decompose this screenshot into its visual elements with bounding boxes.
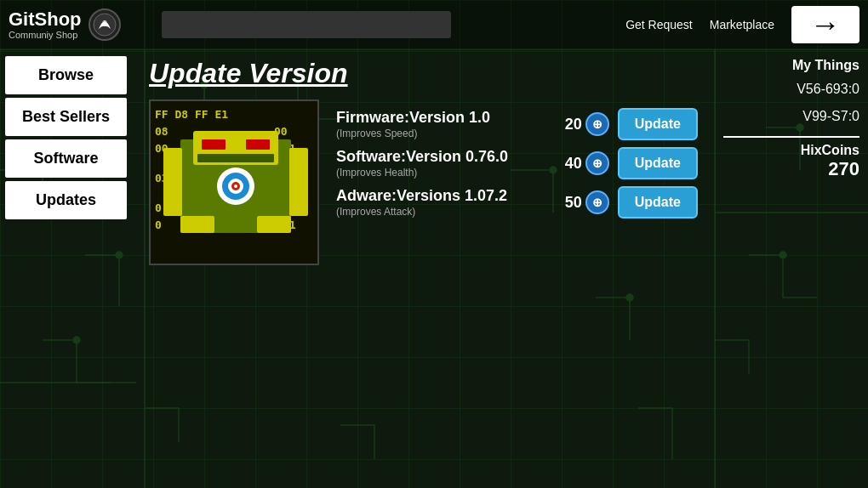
software-name: Software:Version 0.76.0 <box>336 148 565 166</box>
sidebar: Browse Best Sellers Software Updates <box>0 49 132 488</box>
sidebar-item-software[interactable]: Software <box>5 139 127 178</box>
adware-info: Adware:Versions 1.07.2 (Improves Attack) <box>336 187 565 218</box>
software-desc: (Improves Health) <box>336 167 565 179</box>
logo-name: GitShop <box>9 9 82 30</box>
firmware-update-button[interactable]: Update <box>618 108 698 140</box>
adware-cost-value: 50 <box>565 194 582 212</box>
svg-rect-33 <box>180 216 214 233</box>
marketplace-link[interactable]: Marketplace <box>710 18 774 31</box>
svg-rect-35 <box>163 148 182 216</box>
adware-desc: (Improves Attack) <box>336 206 565 218</box>
thing-row-1: V56-693:0 <box>723 78 859 100</box>
svg-rect-30 <box>202 139 226 150</box>
sidebar-item-best-sellers[interactable]: Best Sellers <box>5 98 127 136</box>
svg-rect-31 <box>246 139 270 150</box>
software-cost: 40 ⊕ <box>565 151 609 175</box>
coin-icon-2: ⊕ <box>585 151 609 175</box>
adware-update-button[interactable]: Update <box>618 186 698 218</box>
next-arrow-button[interactable]: → <box>791 6 859 43</box>
update-item-software: Software:Version 0.76.0 (Improves Health… <box>336 147 698 179</box>
update-item-firmware: Firmware:Version 1.0 (Improves Speed) 20… <box>336 108 698 140</box>
logo-icon <box>89 9 121 41</box>
header-nav: Get Request Marketplace <box>625 18 774 31</box>
hixcoins-value: 270 <box>723 158 859 180</box>
search-area <box>162 11 608 38</box>
adware-name: Adware:Versions 1.07.2 <box>336 187 565 205</box>
updates-list: Firmware:Version 1.0 (Improves Speed) 20… <box>336 99 698 265</box>
sidebar-item-browse[interactable]: Browse <box>5 56 127 94</box>
page-title: Update Version <box>149 58 698 89</box>
firmware-name: Firmware:Version 1.0 <box>336 109 565 127</box>
software-info: Software:Version 0.76.0 (Improves Health… <box>336 148 565 179</box>
firmware-cost: 20 ⊕ <box>565 112 609 136</box>
svg-text:08: 08 <box>155 125 168 138</box>
right-panel: My Things V56-693:0 V99-S7:0 HixCoins 27… <box>715 49 868 488</box>
search-input[interactable] <box>162 11 451 38</box>
hixcoins-label: HixCoins <box>723 143 859 158</box>
logo-subtitle: Communiy Shop <box>9 30 82 40</box>
svg-rect-36 <box>289 148 308 216</box>
thing-row-2: V99-S7:0 <box>723 105 859 128</box>
svg-rect-34 <box>257 216 291 233</box>
firmware-desc: (Improves Speed) <box>336 128 565 139</box>
svg-text:0: 0 <box>155 218 162 231</box>
update-item-adware: Adware:Versions 1.07.2 (Improves Attack)… <box>336 186 698 218</box>
hixcoins-section: HixCoins 270 <box>723 136 859 180</box>
coin-icon-1: ⊕ <box>585 112 609 136</box>
sidebar-item-updates[interactable]: Updates <box>5 181 127 219</box>
coin-icon-3: ⊕ <box>585 190 609 214</box>
svg-text:0: 0 <box>155 201 162 214</box>
software-update-button[interactable]: Update <box>618 147 698 179</box>
adware-cost: 50 ⊕ <box>565 190 609 214</box>
arrow-icon: → <box>810 7 841 43</box>
svg-point-41 <box>234 184 237 188</box>
firmware-info: Firmware:Version 1.0 (Improves Speed) <box>336 109 565 139</box>
software-cost-value: 40 <box>565 155 582 173</box>
firmware-cost-value: 20 <box>565 116 582 133</box>
svg-text:FF D8 FF E1: FF D8 FF E1 <box>155 108 228 121</box>
main-content: Update Version FF D8 FF E1 08 00 00 01 0… <box>132 49 715 488</box>
my-things-title: My Things <box>723 58 859 73</box>
svg-rect-32 <box>197 154 274 162</box>
logo-area: GitShop Communiy Shop <box>9 9 145 41</box>
robot-image: FF D8 FF E1 08 00 00 01 03 00 0 00 A0 01… <box>149 99 319 265</box>
get-request-link[interactable]: Get Request <box>625 18 693 31</box>
